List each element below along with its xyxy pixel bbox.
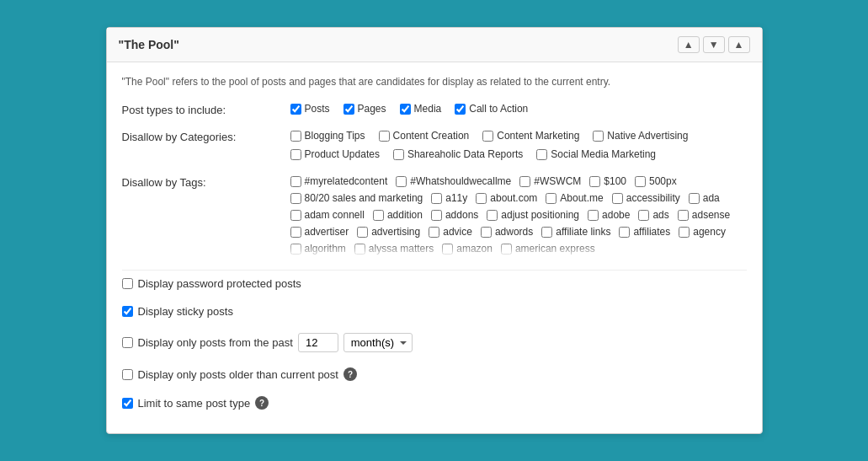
tag-accessibility-label[interactable]: accessibility bbox=[626, 192, 680, 204]
cat-shareaholic-label[interactable]: Shareaholic Data Reports bbox=[407, 148, 523, 160]
post-type-pages-checkbox[interactable] bbox=[343, 104, 354, 115]
tag-advice-label[interactable]: advice bbox=[443, 226, 472, 238]
tag-aboutcom-label[interactable]: about.com bbox=[490, 192, 537, 204]
tag-ads-label[interactable]: ads bbox=[652, 209, 668, 221]
tag-algorithm-checkbox[interactable] bbox=[290, 244, 301, 255]
tag-advertiser-checkbox[interactable] bbox=[290, 227, 301, 238]
tag-advice-checkbox[interactable] bbox=[429, 227, 439, 238]
post-type-cta-label[interactable]: Call to Action bbox=[469, 103, 528, 115]
tag-wswcm-checkbox[interactable] bbox=[519, 176, 530, 187]
tag-affiliates-checkbox[interactable] bbox=[619, 227, 630, 238]
tag-aboutcom: about.com bbox=[476, 192, 537, 204]
cat-shareaholic-checkbox[interactable] bbox=[393, 149, 404, 160]
tag-agency-checkbox[interactable] bbox=[679, 227, 690, 238]
tag-ads-checkbox[interactable] bbox=[638, 210, 649, 221]
limit-same-type-label[interactable]: Limit to same post type bbox=[138, 397, 251, 410]
tag-americanexpress-checkbox[interactable] bbox=[501, 244, 512, 255]
tag-whatshouldwecallme-label[interactable]: #Whatshouldwecallme bbox=[410, 175, 511, 187]
display-past-select[interactable]: day(s) week(s) month(s) year(s) bbox=[343, 333, 413, 352]
tag-affiliatelinks-label[interactable]: affiliate links bbox=[556, 226, 610, 238]
tag-agency-label[interactable]: agency bbox=[693, 226, 726, 238]
limit-same-type-checkbox[interactable] bbox=[122, 398, 133, 409]
tag-500px-label[interactable]: 500px bbox=[649, 175, 677, 187]
display-sticky-label[interactable]: Display sticky posts bbox=[138, 305, 233, 318]
tag-whatshouldwecallme: #Whatshouldwecallme bbox=[396, 175, 511, 187]
tag-alyssa-checkbox[interactable] bbox=[354, 244, 365, 255]
cat-product-checkbox[interactable] bbox=[290, 149, 301, 160]
tag-8020-checkbox[interactable] bbox=[290, 193, 301, 204]
tag-adobe-label[interactable]: adobe bbox=[602, 209, 630, 221]
display-past-checkbox[interactable] bbox=[122, 337, 133, 348]
tag-advertiser-label[interactable]: advertiser bbox=[305, 226, 349, 238]
tag-8020-label[interactable]: 80/20 sales and marketing bbox=[305, 192, 423, 204]
tag-adsense-checkbox[interactable] bbox=[678, 210, 689, 221]
post-type-cta-checkbox[interactable] bbox=[455, 104, 466, 115]
tag-advice: advice bbox=[429, 226, 472, 238]
display-password-checkbox[interactable] bbox=[122, 278, 133, 289]
cat-social-label[interactable]: Social Media Marketing bbox=[551, 148, 656, 160]
post-type-posts-checkbox[interactable] bbox=[290, 104, 301, 115]
tag-aboutcom-checkbox[interactable] bbox=[476, 193, 487, 204]
post-type-posts-label[interactable]: Posts bbox=[305, 103, 330, 115]
post-type-media-checkbox[interactable] bbox=[400, 104, 411, 115]
cat-content-marketing-label[interactable]: Content Marketing bbox=[497, 130, 579, 142]
tag-whatshouldwecallme-checkbox[interactable] bbox=[396, 176, 407, 187]
cat-social-checkbox[interactable] bbox=[536, 149, 547, 160]
tag-a11y-checkbox[interactable] bbox=[431, 193, 442, 204]
tag-myrelated-checkbox[interactable] bbox=[290, 176, 301, 187]
tag-adamconnell-label[interactable]: adam connell bbox=[305, 209, 365, 221]
post-type-pages-label[interactable]: Pages bbox=[358, 103, 386, 115]
tag-affiliatelinks-checkbox[interactable] bbox=[541, 227, 552, 238]
tag-advertising-checkbox[interactable] bbox=[357, 227, 368, 238]
tag-adamconnell-checkbox[interactable] bbox=[290, 210, 301, 221]
tag-ada-checkbox[interactable] bbox=[689, 193, 700, 204]
tag-myrelated-label[interactable]: #myrelatedcontent bbox=[305, 175, 388, 187]
tag-accessibility-checkbox[interactable] bbox=[612, 193, 623, 204]
cat-content-marketing-checkbox[interactable] bbox=[482, 131, 493, 142]
cat-native-label[interactable]: Native Advertising bbox=[607, 130, 688, 142]
tag-alyssa-label[interactable]: alyssa matters bbox=[369, 243, 434, 255]
cat-product-label[interactable]: Product Updates bbox=[305, 148, 380, 160]
tag-ada-label[interactable]: ada bbox=[703, 192, 720, 204]
tag-addition-label[interactable]: addition bbox=[387, 209, 423, 221]
cat-native-checkbox[interactable] bbox=[593, 131, 604, 142]
tag-100-checkbox[interactable] bbox=[589, 176, 600, 187]
tag-adsense-label[interactable]: adsense bbox=[692, 209, 730, 221]
display-past-number[interactable] bbox=[298, 333, 338, 352]
display-older-help-icon[interactable]: ? bbox=[343, 367, 357, 381]
limit-same-type-help-icon[interactable]: ? bbox=[255, 396, 269, 410]
tag-americanexpress-label[interactable]: american express bbox=[515, 243, 595, 255]
tag-aboutme-label[interactable]: About.me bbox=[560, 192, 603, 204]
cat-blogging-label[interactable]: Blogging Tips bbox=[305, 130, 365, 142]
display-older-checkbox[interactable] bbox=[122, 369, 133, 380]
tag-advertising-label[interactable]: advertising bbox=[371, 226, 420, 238]
tag-addons-checkbox[interactable] bbox=[431, 210, 442, 221]
panel-up-button[interactable]: ▲ bbox=[678, 36, 700, 53]
tag-affiliates-label[interactable]: affiliates bbox=[633, 226, 670, 238]
tag-wswcm-label[interactable]: #WSWCM bbox=[534, 175, 581, 187]
tag-adobe-checkbox[interactable] bbox=[588, 210, 599, 221]
tag-addition-checkbox[interactable] bbox=[373, 210, 384, 221]
tag-addons-label[interactable]: addons bbox=[445, 209, 478, 221]
tag-500px-checkbox[interactable] bbox=[635, 176, 646, 187]
post-type-media-label[interactable]: Media bbox=[414, 103, 442, 115]
display-older-label[interactable]: Display only posts older than current po… bbox=[138, 368, 338, 381]
tag-100-label[interactable]: $100 bbox=[604, 175, 626, 187]
cat-content-creation-checkbox[interactable] bbox=[379, 131, 390, 142]
panel-down-button[interactable]: ▼ bbox=[703, 36, 725, 53]
tag-amazon-checkbox[interactable] bbox=[442, 244, 453, 255]
cat-blogging-checkbox[interactable] bbox=[290, 131, 301, 142]
tag-algorithm-label[interactable]: algorithm bbox=[305, 243, 346, 255]
tag-adwords-checkbox[interactable] bbox=[481, 227, 492, 238]
display-sticky-checkbox[interactable] bbox=[122, 306, 133, 317]
display-password-label[interactable]: Display password protected posts bbox=[138, 277, 301, 290]
tag-adjustpositioning-label[interactable]: adjust positioning bbox=[501, 209, 579, 221]
tag-adwords-label[interactable]: adwords bbox=[495, 226, 533, 238]
tag-amazon-label[interactable]: amazon bbox=[456, 243, 493, 255]
panel-collapse-button[interactable]: ▲ bbox=[728, 36, 750, 53]
tag-adjustpositioning-checkbox[interactable] bbox=[487, 210, 498, 221]
display-past-label[interactable]: Display only posts from the past bbox=[138, 336, 293, 349]
tag-aboutme-checkbox[interactable] bbox=[546, 193, 556, 204]
cat-content-creation-label[interactable]: Content Creation bbox=[393, 130, 470, 142]
tag-a11y-label[interactable]: a11y bbox=[445, 192, 467, 204]
